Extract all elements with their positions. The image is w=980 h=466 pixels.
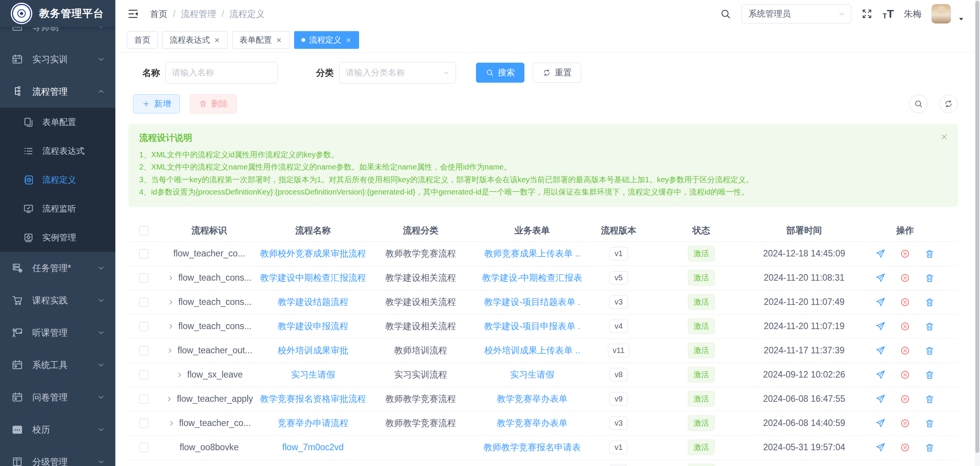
business-form-link[interactable]: 教学竞赛举办表单 (497, 417, 567, 429)
chevron-right-icon[interactable] (167, 323, 175, 330)
business-form-link[interactable]: 教学建设-中期检查汇报表 (482, 272, 582, 284)
close-icon[interactable] (345, 37, 352, 43)
close-icon[interactable] (276, 37, 282, 43)
send-icon[interactable] (875, 249, 885, 259)
name-filter-input[interactable] (165, 62, 278, 83)
trash-icon[interactable] (925, 321, 935, 331)
flow-name-link[interactable]: 教师校外竞赛成果审批流程 (260, 248, 366, 260)
pause-circle-icon[interactable] (900, 443, 910, 453)
trash-icon[interactable] (925, 443, 935, 453)
sidebar-item-system-tools[interactable]: 系统工具 (0, 349, 115, 381)
send-icon[interactable] (875, 443, 885, 453)
tab-home[interactable]: 首页 (127, 31, 158, 49)
business-form-link[interactable]: 教学建设-项目申报表单 . (484, 320, 580, 332)
business-form-link[interactable]: 校外培训成果上传表单 .. (484, 345, 580, 356)
business-form-link[interactable]: 教学竞赛举办表单 (497, 393, 567, 405)
category-filter-select[interactable]: 请输入分类名称 (339, 62, 456, 83)
sidebar-item-lecture-management[interactable]: 听课管理 (0, 316, 115, 349)
flow-name-link[interactable]: 校外培训成果审批 (278, 345, 348, 356)
chevron-right-icon[interactable] (166, 347, 174, 354)
sidebar-item-school-calendar[interactable]: 校历 (0, 413, 115, 446)
row-checkbox[interactable] (139, 443, 148, 452)
delete-button[interactable]: 删除 (190, 94, 237, 113)
sidebar-item-process-definition[interactable]: 流程定义 (0, 165, 115, 194)
flow-name-link[interactable]: 教学竞赛报名资格审批流程 (260, 393, 366, 405)
fullscreen-icon[interactable] (861, 8, 873, 20)
sidebar-item-internship[interactable]: 实习实训 (0, 43, 115, 75)
reset-button[interactable]: 重置 (533, 63, 581, 83)
business-form-link[interactable]: 教学建设-项目结题表单 . (484, 296, 580, 308)
business-form-link[interactable]: 教师教学竞赛报名申请表 (484, 441, 581, 453)
add-button[interactable]: 新增 (133, 94, 180, 113)
flow-name-link[interactable]: 教学建设申报流程 (278, 320, 348, 332)
pause-circle-icon[interactable] (900, 321, 910, 331)
table-search-button[interactable] (909, 95, 928, 113)
row-checkbox[interactable] (139, 370, 148, 379)
close-icon[interactable] (940, 133, 948, 141)
chevron-right-icon[interactable] (167, 298, 175, 306)
pause-circle-icon[interactable] (900, 394, 910, 404)
pause-circle-icon[interactable] (900, 273, 910, 283)
pause-circle-icon[interactable] (900, 297, 910, 307)
send-icon[interactable] (875, 370, 885, 380)
sidebar-item-form-config[interactable]: 表单配置 (0, 108, 115, 136)
pause-circle-icon[interactable] (900, 249, 910, 259)
chevron-right-icon[interactable] (165, 395, 173, 403)
chevron-right-icon[interactable] (176, 371, 183, 379)
send-icon[interactable] (875, 273, 885, 283)
sidebar-item-process-management[interactable]: 流程管理 (0, 75, 115, 108)
sidebar-item-course-practice[interactable]: 课程实践 (0, 284, 115, 316)
trash-icon[interactable] (925, 370, 935, 380)
sidebar-item-process-listener[interactable]: 流程监听 (0, 194, 115, 223)
trash-icon[interactable] (925, 297, 935, 307)
row-checkbox[interactable] (139, 394, 148, 404)
trash-icon[interactable] (925, 346, 935, 356)
chevron-right-icon[interactable] (167, 274, 175, 282)
tab-process-expression[interactable]: 流程表达式 (162, 31, 228, 49)
row-checkbox[interactable] (139, 273, 148, 283)
breadcrumb-item[interactable]: 流程管理 (181, 8, 216, 20)
role-select[interactable]: 系统管理员 (741, 4, 851, 23)
caret-down-icon[interactable] (958, 15, 965, 22)
search-button[interactable]: 搜索 (476, 63, 524, 83)
row-checkbox[interactable] (139, 419, 148, 428)
row-checkbox[interactable] (139, 346, 148, 355)
flow-name-link[interactable]: 教学建设中期检查汇报流程 (260, 272, 366, 284)
pause-circle-icon[interactable] (900, 418, 910, 428)
flow-name-link[interactable]: 竞赛举办申请流程 (278, 417, 348, 429)
chevron-right-icon[interactable] (168, 419, 175, 427)
row-checkbox[interactable] (139, 298, 148, 307)
send-icon[interactable] (875, 346, 885, 356)
sidebar-item-instance-management[interactable]: 实例管理 (0, 223, 115, 252)
menu-fold-icon[interactable] (127, 8, 139, 20)
avatar[interactable] (932, 4, 951, 23)
sidebar-item-survey-management[interactable]: 问卷管理 (0, 381, 115, 413)
search-icon[interactable] (720, 8, 731, 20)
font-size-icon[interactable]: TT (883, 8, 894, 20)
sidebar-item-level-management[interactable]: 分级管理 (0, 446, 115, 466)
tab-form-config[interactable]: 表单配置 (232, 31, 290, 49)
trash-icon[interactable] (925, 249, 935, 259)
pause-circle-icon[interactable] (900, 346, 910, 356)
row-checkbox[interactable] (139, 322, 148, 331)
send-icon[interactable] (875, 321, 885, 331)
send-icon[interactable] (875, 297, 885, 307)
send-icon[interactable] (875, 394, 885, 404)
business-form-link[interactable]: 教师竞赛成果上传表单 .. (484, 248, 580, 260)
scrollbar[interactable] (975, 0, 980, 466)
trash-icon[interactable] (925, 273, 935, 283)
flow-name-link[interactable]: 教学建设结题流程 (278, 296, 348, 308)
trash-icon[interactable] (925, 418, 935, 428)
flow-name-link[interactable]: 实习生请假 (291, 369, 335, 381)
select-all-checkbox[interactable] (139, 226, 148, 235)
sidebar-item-process-expression[interactable]: 流程表达式 (0, 136, 115, 165)
table-refresh-button[interactable] (939, 95, 958, 113)
close-icon[interactable] (214, 37, 220, 43)
send-icon[interactable] (875, 418, 885, 428)
row-checkbox[interactable] (139, 249, 148, 258)
pause-circle-icon[interactable] (900, 370, 910, 380)
tab-process-definition[interactable]: 流程定义 (294, 31, 359, 49)
flow-name-link[interactable]: flow_7m0oc2vd (282, 442, 344, 453)
breadcrumb-item[interactable]: 流程定义 (230, 8, 265, 20)
scrollbar-thumb[interactable] (975, 1, 979, 453)
